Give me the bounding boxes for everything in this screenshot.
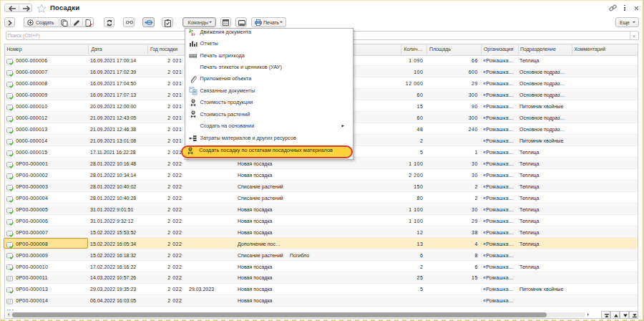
svg-text:Кт: Кт	[192, 33, 196, 37]
